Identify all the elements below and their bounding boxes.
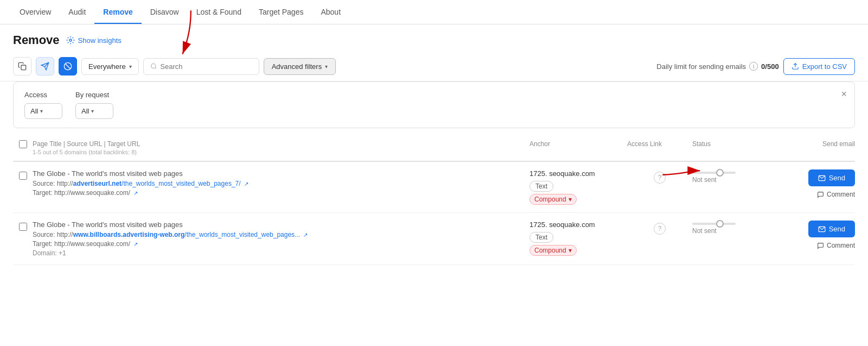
search-icon	[150, 62, 157, 70]
mail-icon	[818, 174, 826, 182]
export-csv-button[interactable]: Export to CSV	[783, 58, 855, 75]
row-2-status: Not sent	[692, 221, 790, 235]
daily-limit-label: Daily limit for sending emails	[656, 62, 746, 71]
row-2-slider-track[interactable]	[692, 223, 736, 225]
comment-icon	[817, 191, 824, 198]
show-insights-button[interactable]: Show insights	[66, 36, 122, 45]
nav-lost-found[interactable]: Lost & Found	[188, 0, 250, 24]
filter-close-button[interactable]: ×	[841, 89, 847, 100]
send-filter-button[interactable]	[36, 57, 54, 76]
daily-limit-value: 0/500	[761, 62, 779, 71]
row-2-comment-button[interactable]: Comment	[817, 242, 855, 249]
row-1-anchor: 1725. seoquake.com Text Compound ▾	[529, 169, 627, 205]
row-1-main: The Globe - The world's most visited web…	[33, 169, 529, 198]
nav-audit[interactable]: Audit	[60, 0, 94, 24]
row-1-compound-tag[interactable]: Compound ▾	[529, 194, 577, 205]
nav-remove[interactable]: Remove	[94, 0, 141, 24]
page-title: Remove	[13, 33, 60, 47]
th-access: Access Link	[627, 140, 692, 148]
location-label: Everywhere	[88, 62, 126, 71]
export-label: Export to CSV	[802, 62, 847, 71]
search-input[interactable]	[160, 62, 252, 71]
row-1-status: Not sent	[692, 169, 790, 184]
access-filter-group: Access All ▾	[24, 91, 62, 119]
row-1-checkbox[interactable]	[13, 169, 33, 180]
row-2-source-ext-icon: ↗	[303, 232, 308, 238]
nav-overview[interactable]: Overview	[11, 0, 60, 24]
row-2-source: Source: http://www.billboards.advertisin…	[33, 231, 529, 238]
by-request-filter-group: By request All ▾	[75, 91, 113, 119]
th-send: Send email	[790, 140, 855, 148]
toolbar: Everywhere ▾ Advanced filters ▾ Daily li…	[0, 52, 868, 81]
daily-limit-info-icon[interactable]: i	[749, 62, 758, 71]
row-2-status-text: Not sent	[692, 227, 717, 235]
row-2-checkbox[interactable]	[13, 221, 33, 231]
location-chevron: ▾	[129, 64, 132, 70]
row-1-anchor-tag: Text	[529, 181, 553, 192]
row-1-access: ?	[627, 169, 692, 184]
by-request-filter-label: By request	[75, 91, 113, 99]
row-1-slider-track[interactable]	[692, 172, 736, 174]
row-1-question-icon[interactable]: ?	[654, 172, 666, 184]
row-1-title: The Globe - The world's most visited web…	[33, 169, 529, 178]
compound-2-chevron-icon: ▾	[569, 247, 572, 254]
row-2-send-button[interactable]: Send	[808, 221, 855, 237]
filter-panel: × Access All ▾ By request All ▾	[13, 81, 855, 128]
table-row: The Globe - The world's most visited web…	[13, 213, 855, 265]
row-2-select-checkbox[interactable]	[19, 223, 27, 231]
copy-button[interactable]	[13, 57, 31, 76]
row-1-target-ext-icon: ↗	[133, 190, 138, 196]
table-row: The Globe - The world's most visited web…	[13, 162, 855, 213]
by-request-filter-dropdown[interactable]: All ▾	[75, 103, 113, 119]
circle-button[interactable]	[59, 57, 77, 76]
row-2-slider-thumb[interactable]	[716, 220, 724, 228]
svg-rect-3	[21, 65, 26, 70]
by-request-chevron: ▾	[91, 108, 94, 114]
svg-point-2	[69, 39, 72, 41]
row-1-comment-button[interactable]: Comment	[817, 191, 855, 198]
row-1-select-checkbox[interactable]	[19, 172, 27, 180]
advanced-filters-button[interactable]: Advanced filters ▾	[264, 58, 336, 75]
row-2-target: Target: http://www.seoquake.com/ ↗	[33, 240, 529, 248]
row-1-send-button[interactable]: Send	[808, 169, 855, 186]
row-2-send-col: Send Comment	[790, 221, 855, 249]
access-filter-dropdown[interactable]: All ▾	[24, 103, 62, 119]
adv-filters-chevron: ▾	[325, 64, 328, 70]
show-insights-label: Show insights	[78, 36, 122, 45]
th-page-sub: 1-5 out of 5 domains (total backlinks: 8…	[33, 149, 529, 155]
access-filter-label: Access	[24, 91, 62, 99]
access-chevron: ▾	[40, 108, 43, 114]
row-2-target-ext-icon: ↗	[133, 241, 138, 247]
row-1-source-ext-icon: ↗	[244, 181, 248, 187]
row-2-anchor-tag: Text	[529, 232, 553, 243]
export-icon	[792, 62, 799, 70]
row-2-source-link[interactable]: www.billboards.advertising-web.org/the_w…	[73, 231, 300, 238]
nav-bar: Overview Audit Remove Disavow Lost & Fou…	[0, 0, 868, 24]
row-1-send-col: Send Comment	[790, 169, 855, 198]
row-2-question-icon[interactable]: ?	[654, 223, 666, 235]
row-1-source-link[interactable]: advertiseurl.net/the_worlds_most_visited…	[73, 180, 241, 187]
comment-2-icon	[817, 242, 824, 249]
search-box[interactable]	[143, 58, 259, 75]
table-header: Page Title | Source URL | Target URL 1-5…	[13, 135, 855, 162]
mail-2-icon	[818, 225, 826, 233]
block-icon	[63, 62, 72, 71]
row-1-status-text: Not sent	[692, 176, 717, 184]
header-checkbox[interactable]	[13, 140, 33, 148]
row-2-access: ?	[627, 221, 692, 235]
row-2-anchor: 1725. seoquake.com Text Compound ▾	[529, 221, 627, 256]
row-1-slider-thumb[interactable]	[716, 169, 724, 177]
select-all-checkbox[interactable]	[19, 140, 27, 148]
location-dropdown[interactable]: Everywhere ▾	[81, 58, 139, 75]
svg-point-8	[151, 64, 155, 68]
copy-icon	[18, 62, 27, 71]
nav-target-pages[interactable]: Target Pages	[250, 0, 312, 24]
compound-chevron-icon: ▾	[569, 196, 572, 203]
nav-disavow[interactable]: Disavow	[142, 0, 188, 24]
row-2-compound-tag[interactable]: Compound ▾	[529, 245, 577, 256]
nav-about[interactable]: About	[312, 0, 349, 24]
access-filter-value: All	[30, 107, 38, 115]
th-page: Page Title | Source URL | Target URL 1-5…	[33, 140, 529, 155]
row-2-anchor-domain: 1725. seoquake.com	[529, 221, 627, 229]
svg-line-9	[155, 67, 156, 68]
